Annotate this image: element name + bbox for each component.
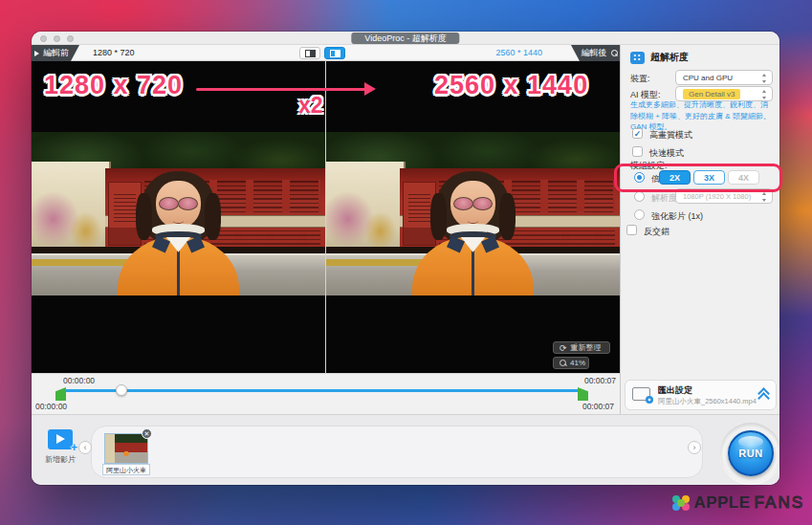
woman [117, 171, 240, 295]
refresh-preview-button[interactable]: ⟳ 重新整理 [553, 341, 610, 354]
enhance-radio[interactable] [634, 209, 645, 220]
scroll-left-button[interactable]: ‹ [78, 441, 92, 454]
model-description: 生成更多細節、提升清晰度、銳利度、消除模糊 + 降噪、更好的皮膚 & 頭髮細節。… [630, 99, 774, 133]
trim-start-time: 00:00:00 [35, 402, 67, 411]
collapse-icon[interactable] [758, 389, 768, 403]
run-button-well: RUN [720, 423, 779, 484]
deinterlace-label: 反交錯 [644, 226, 669, 238]
resolution-value: 1080P (1920 X 1080) [683, 192, 751, 201]
resolution-label: 解析度 [651, 192, 677, 205]
zoom-level-button[interactable]: 41% [553, 357, 589, 369]
videoproc-window: VideoProc - 超解析度 編輯前 1280 * 720 2560 * 1… [32, 32, 779, 485]
video-pane-before[interactable] [32, 61, 325, 373]
woman [411, 171, 535, 295]
timeline-track[interactable] [60, 389, 583, 392]
output-resolution: 2560 * 1440 [473, 48, 542, 57]
device-select[interactable]: CPU and GPU [675, 70, 773, 85]
plus-icon: + [71, 443, 77, 452]
fast-mode-checkbox[interactable] [632, 146, 643, 157]
compare-toolbar: 編輯前 1280 * 720 2560 * 1440 編輯後 [32, 45, 620, 61]
traffic-lights[interactable] [40, 35, 74, 42]
search-icon [611, 50, 618, 56]
orange-jacket [412, 237, 533, 295]
clip-name: 阿里山小火車 [102, 464, 150, 475]
scale-4x-button[interactable]: 4X [728, 170, 759, 185]
resolution-select[interactable]: 1080P (1920 X 1080) [675, 188, 773, 204]
timeline: 00:00:00 00:00:07 00:00:00 00:00:07 [32, 373, 620, 414]
refresh-label: 重新整理 [571, 342, 602, 353]
butterfly-logo [672, 494, 690, 512]
titlebar: VideoProc - 超解析度 [32, 32, 779, 45]
scale-2x-button[interactable]: 2X [659, 170, 691, 185]
train-photo [32, 132, 325, 295]
hq-mode-label: 高畫質模式 [649, 129, 692, 142]
monitor-gear-icon [632, 387, 650, 401]
split-view-button[interactable] [324, 47, 345, 59]
trim-end-handle[interactable] [578, 387, 588, 401]
close-window-icon[interactable] [40, 35, 47, 42]
desktop-wallpaper: VideoProc - 超解析度 編輯前 1280 * 720 2560 * 1… [0, 0, 812, 525]
trim-start-handle[interactable] [55, 387, 66, 401]
timeline-end-time: 00:00:07 [584, 376, 616, 385]
media-strip: + 新增影片 ‹ ✕ 阿里山小火車 › RUN [32, 414, 779, 485]
video-pane-after[interactable] [326, 61, 620, 373]
sunglasses [159, 197, 198, 208]
clip-list-track [91, 426, 703, 478]
passenger-car [326, 162, 406, 254]
tab-after-label: 編輯後 [582, 47, 607, 59]
upscale-arrow-head-icon [364, 82, 376, 96]
scale-radio[interactable] [634, 172, 645, 183]
refresh-icon: ⟳ [560, 344, 567, 352]
play-icon [34, 51, 39, 56]
minimize-window-icon[interactable] [54, 35, 60, 42]
overlay-multiplier: x2 [298, 93, 323, 119]
tab-before-edit[interactable]: 編輯前 [32, 45, 79, 61]
panel-title: 超解析度 [650, 51, 689, 64]
zoom-icon [560, 360, 566, 366]
add-video-button[interactable]: + 新增影片 [42, 429, 78, 465]
add-video-icon: + [48, 429, 73, 449]
watermark: APPLE FANS [672, 493, 804, 513]
export-settings-title: 匯出設定 [658, 384, 692, 397]
orange-jacket [118, 237, 238, 295]
train-photo [326, 132, 620, 295]
upscale-arrow [196, 88, 366, 91]
clip-thumbnail-image[interactable] [104, 433, 148, 464]
watermark-fans: FANS [755, 493, 804, 513]
clip-thumbnail[interactable]: ✕ 阿里山小火車 [104, 433, 148, 476]
scroll-right-button[interactable]: › [688, 441, 701, 454]
timeline-start-time: 00:00:00 [63, 376, 95, 385]
overlay-output-resolution: 2560 x 1440 [434, 71, 588, 100]
tab-after-edit[interactable]: 編輯後 [571, 45, 620, 61]
stepper-icon [761, 90, 768, 99]
add-video-label: 新增影片 [42, 454, 78, 465]
scale-3x-button[interactable]: 3X [693, 170, 725, 185]
trim-end-time: 00:00:07 [582, 402, 614, 411]
panel-header: 超解析度 [630, 51, 689, 64]
export-settings-box[interactable]: 匯出設定 阿里山小火車_2560x1440.mp4 [625, 380, 777, 410]
resolution-radio[interactable] [634, 191, 645, 202]
hq-mode-checkbox[interactable]: ✓ [632, 128, 643, 139]
zoom-window-icon[interactable] [67, 35, 74, 42]
deinterlace-checkbox[interactable] [626, 225, 637, 235]
enhance-label: 強化影片 (1x) [651, 210, 703, 223]
timeline-playhead[interactable] [116, 384, 127, 396]
single-view-button[interactable] [299, 47, 320, 59]
zoom-level-value: 41% [570, 359, 585, 367]
video-compare-area: 1280 x 720 x2 2560 x 1440 ⟳ 重新整理 41% [32, 61, 620, 373]
remove-clip-icon[interactable]: ✕ [142, 428, 152, 439]
device-value: CPU and GPU [683, 74, 733, 82]
ai-chip-icon [630, 52, 645, 64]
overlay-source-resolution: 1280 x 720 [44, 71, 183, 100]
export-filename: 阿里山小火車_2560x1440.mp4 [658, 397, 757, 406]
tab-before-label: 編輯前 [43, 47, 69, 59]
stepper-icon [761, 192, 768, 202]
source-resolution: 1280 * 720 [93, 48, 135, 57]
stepper-icon [761, 74, 768, 83]
window-title: VideoProc - 超解析度 [351, 33, 459, 44]
compare-divider[interactable] [325, 61, 326, 373]
super-resolution-panel: 超解析度 裝置: CPU and GPU AI 模型: Gen Detail v… [620, 45, 779, 414]
fast-mode-label: 快速模式 [649, 147, 684, 160]
run-button[interactable]: RUN [728, 430, 774, 476]
sunglasses [453, 197, 493, 208]
